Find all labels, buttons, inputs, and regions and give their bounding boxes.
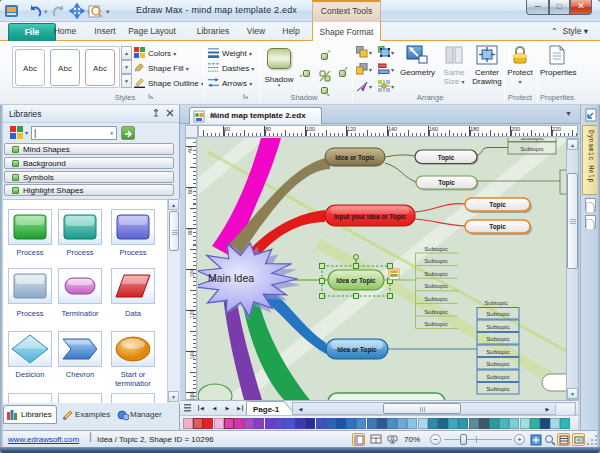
svg-text:Subtopic: Subtopic (424, 271, 447, 277)
svg-text:Subtopic: Subtopic (424, 246, 447, 252)
svg-text:Subtopic: Subtopic (486, 336, 509, 342)
svg-text:▾: ▾ (44, 8, 48, 15)
svg-text:Topic: Topic (438, 179, 455, 187)
svg-text:Subtopic: Subtopic (424, 309, 447, 315)
svg-text:Main Idea: Main Idea (208, 272, 254, 284)
svg-text:Subtopic: Subtopic (520, 146, 543, 152)
svg-text:Subtopic: Subtopic (424, 296, 447, 302)
svg-text:Subtopic: Subtopic (520, 138, 543, 141)
svg-text:Subtopic: Subtopic (486, 361, 509, 367)
svg-text:▾: ▾ (25, 130, 28, 136)
svg-text:Page-1: Page-1 (253, 405, 280, 414)
svg-text:▾: ▾ (106, 8, 110, 15)
svg-text:Subtopic: Subtopic (424, 283, 447, 289)
svg-text:Subtopic: Subtopic (486, 311, 509, 317)
svg-text:Topic: Topic (489, 223, 506, 231)
svg-text:Topic: Topic (438, 154, 455, 162)
svg-text:Idea or Topic: Idea or Topic (335, 154, 375, 162)
svg-text:Subtopic: Subtopic (424, 258, 447, 264)
svg-text:Idea or Topic: Idea or Topic (337, 346, 377, 354)
svg-text:Subtopic: Subtopic (486, 324, 509, 330)
svg-text:Subtopic: Subtopic (486, 349, 509, 355)
svg-text:Idea or Topic: Idea or Topic (336, 277, 376, 285)
svg-text:Topic: Topic (489, 201, 506, 209)
svg-text:Subtopic: Subtopic (424, 321, 447, 327)
svg-text:Subtopic: Subtopic (486, 386, 509, 392)
svg-text:Subtopic: Subtopic (486, 374, 509, 380)
svg-text:Input your Idea or Topic: Input your Idea or Topic (334, 213, 407, 221)
svg-text:Subtopic: Subtopic (484, 300, 507, 306)
